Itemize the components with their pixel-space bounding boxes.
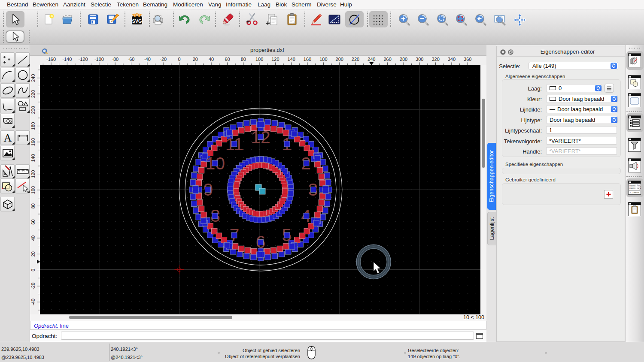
svg-text:Command: 100,50: Command: 100,50 [629, 188, 641, 190]
svg-text:100: 100 [255, 57, 263, 62]
svg-text:0: 0 [30, 269, 36, 272]
svg-text:320: 320 [431, 57, 439, 62]
svg-text:60: 60 [30, 219, 36, 224]
svg-text:-20: -20 [160, 57, 167, 62]
svg-text:-40: -40 [144, 57, 151, 62]
svg-text:0: 0 [178, 57, 180, 62]
svg-text:-40: -40 [30, 299, 36, 305]
svg-text:40: 40 [209, 57, 214, 62]
svg-text:240: 240 [30, 74, 36, 82]
svg-text:280: 280 [400, 57, 407, 62]
svg-text:20: 20 [193, 57, 198, 62]
svg-text:-20: -20 [30, 283, 36, 290]
svg-text:-120: -120 [79, 57, 88, 62]
svg-text:220: 220 [30, 90, 36, 98]
svg-text:180: 180 [30, 122, 36, 130]
svg-text:260: 260 [383, 57, 391, 62]
svg-text:80: 80 [241, 57, 246, 62]
svg-text:100: 100 [30, 186, 36, 194]
svg-text:360: 360 [464, 57, 471, 62]
svg-text:SVG: SVG [132, 18, 142, 24]
svg-text:160: 160 [304, 57, 311, 62]
svg-text:240: 240 [368, 57, 375, 62]
svg-text:A: A [4, 132, 12, 144]
svg-text:40: 40 [30, 235, 36, 241]
svg-text:160: 160 [30, 138, 36, 146]
svg-text:200: 200 [30, 106, 36, 114]
svg-text:220: 220 [352, 57, 359, 62]
svg-text:120: 120 [271, 57, 279, 62]
svg-text:-60: -60 [128, 57, 135, 62]
svg-text:> _command: > _command [630, 192, 639, 193]
svg-text:200: 200 [336, 57, 343, 62]
svg-text:80: 80 [30, 203, 36, 208]
svg-text:140: 140 [30, 154, 36, 162]
svg-text:60: 60 [225, 57, 230, 62]
svg-text:120: 120 [30, 170, 36, 178]
svg-text:-140: -140 [62, 57, 72, 62]
svg-text:180: 180 [319, 57, 327, 62]
svg-text:-160: -160 [46, 57, 56, 62]
svg-text:-80: -80 [112, 57, 118, 62]
svg-text:340: 340 [448, 57, 456, 62]
svg-text:-100: -100 [94, 57, 104, 62]
svg-text:300: 300 [416, 57, 423, 62]
svg-text:140: 140 [288, 57, 295, 62]
svg-text:20: 20 [30, 251, 36, 256]
